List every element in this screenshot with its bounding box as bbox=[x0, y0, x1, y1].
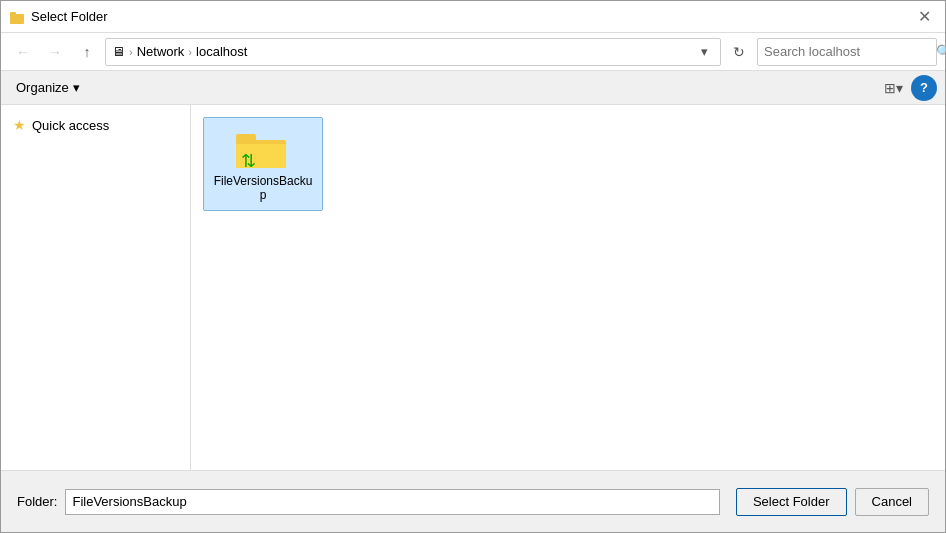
organize-chevron-icon: ▾ bbox=[73, 80, 80, 95]
sidebar: ★ Quick access bbox=[1, 105, 191, 470]
refresh-button[interactable]: ↻ bbox=[725, 38, 753, 66]
select-folder-button[interactable]: Select Folder bbox=[736, 488, 847, 516]
folder-label-text: Folder: bbox=[17, 494, 57, 509]
breadcrumb-separator-2: › bbox=[188, 46, 192, 58]
quick-access-icon: ★ bbox=[13, 117, 26, 133]
folder-item-fileversionsbackup[interactable]: ⇅ FileVersionsBackup bbox=[203, 117, 323, 211]
sidebar-item-label: Quick access bbox=[32, 118, 109, 133]
shared-overlay-icon: ⇅ bbox=[241, 150, 256, 172]
select-folder-dialog: Select Folder ✕ ← → ↑ 🖥 › Network › loca… bbox=[0, 0, 946, 533]
bottom-bar: Folder: Select Folder Cancel bbox=[1, 470, 945, 532]
search-button[interactable]: 🔍 bbox=[936, 44, 946, 59]
title-bar-left: Select Folder bbox=[9, 9, 108, 25]
search-input[interactable] bbox=[764, 44, 932, 59]
cancel-button[interactable]: Cancel bbox=[855, 488, 929, 516]
main-content: ★ Quick access ⇅ bbox=[1, 105, 945, 470]
nav-bar: ← → ↑ 🖥 › Network › localhost ▾ ↻ 🔍 bbox=[1, 33, 945, 71]
view-icon: ⊞ bbox=[884, 80, 896, 96]
help-button[interactable]: ? bbox=[911, 75, 937, 101]
sidebar-item-quick-access[interactable]: ★ Quick access bbox=[1, 113, 190, 137]
organize-label: Organize bbox=[16, 80, 69, 95]
breadcrumb-localhost[interactable]: localhost bbox=[196, 44, 247, 59]
forward-button[interactable]: → bbox=[41, 38, 69, 66]
computer-icon: 🖥 bbox=[112, 44, 125, 59]
folder-path-input[interactable] bbox=[65, 489, 719, 515]
title-bar: Select Folder ✕ bbox=[1, 1, 945, 33]
back-button[interactable]: ← bbox=[9, 38, 37, 66]
folder-label: FileVersionsBackup bbox=[212, 174, 314, 202]
breadcrumb-bar: 🖥 › Network › localhost ▾ bbox=[105, 38, 721, 66]
toolbar-right: ⊞ ▾ ? bbox=[879, 74, 937, 102]
file-pane: ⇅ FileVersionsBackup bbox=[191, 105, 945, 470]
breadcrumb-separator-1: › bbox=[129, 46, 133, 58]
svg-rect-1 bbox=[10, 12, 16, 16]
title-bar-title: Select Folder bbox=[31, 9, 108, 24]
title-bar-icon bbox=[9, 9, 25, 25]
close-button[interactable]: ✕ bbox=[911, 4, 937, 30]
breadcrumb-dropdown-button[interactable]: ▾ bbox=[694, 41, 714, 63]
button-actions: Select Folder Cancel bbox=[736, 488, 929, 516]
toolbar: Organize ▾ ⊞ ▾ ? bbox=[1, 71, 945, 105]
folder-icon: ⇅ bbox=[235, 126, 291, 170]
up-button[interactable]: ↑ bbox=[73, 38, 101, 66]
view-button[interactable]: ⊞ ▾ bbox=[879, 74, 907, 102]
search-box: 🔍 bbox=[757, 38, 937, 66]
breadcrumb-network[interactable]: Network bbox=[137, 44, 185, 59]
organize-button[interactable]: Organize ▾ bbox=[9, 76, 87, 99]
view-chevron-icon: ▾ bbox=[896, 80, 903, 96]
